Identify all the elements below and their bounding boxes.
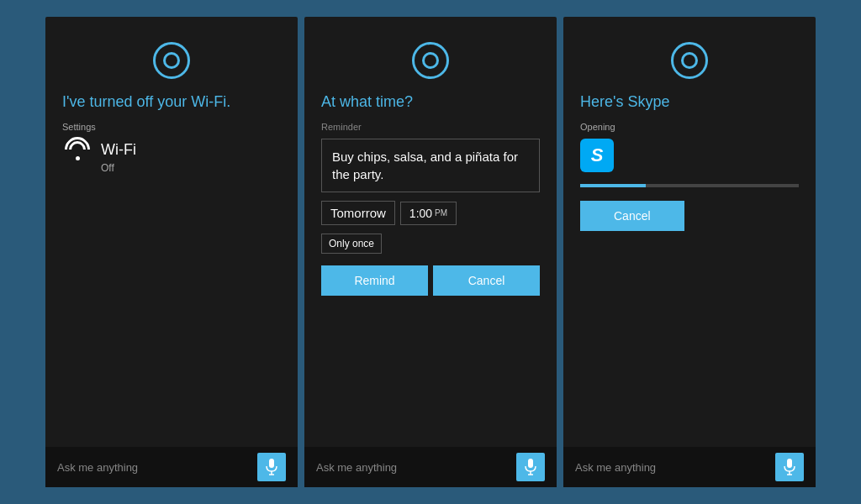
reminder-ask-text: Ask me anything <box>316 461 397 474</box>
wifi-panel-title: I've turned off your Wi-Fi. <box>62 92 281 112</box>
recurrence-badge[interactable]: Only once <box>321 234 382 254</box>
skype-mic-button[interactable] <box>775 453 804 481</box>
progress-bar-fill <box>580 184 646 187</box>
cortana-icon-inner-3 <box>681 52 698 69</box>
reminder-panel: At what time? Reminder Buy chips, salsa,… <box>304 17 557 487</box>
reminder-mic-button[interactable] <box>516 453 545 481</box>
svg-rect-3 <box>528 459 533 468</box>
reminder-cancel-button[interactable]: Cancel <box>433 265 540 296</box>
skype-bottom-bar: Ask me anything <box>563 447 816 487</box>
wifi-status: Off <box>101 162 281 174</box>
cortana-icon-2 <box>412 42 449 79</box>
cortana-icon-inner-2 <box>422 52 439 69</box>
skype-panel-content: Here's Skype Opening S Cancel <box>563 79 816 487</box>
reminder-text: Buy chips, salsa, and a piñata for the p… <box>332 148 529 183</box>
reminder-subtitle: Reminder <box>321 122 540 132</box>
date-badge[interactable]: Tomorrow <box>321 201 395 225</box>
mic-icon-2 <box>524 459 537 475</box>
wifi-settings-label: Settings <box>62 122 281 132</box>
remind-button[interactable]: Remind <box>321 265 428 296</box>
svg-rect-6 <box>787 459 792 468</box>
skype-panel: Here's Skype Opening S Cancel Ask me any… <box>563 17 816 487</box>
reminder-button-row: Remind Cancel <box>321 265 540 296</box>
wifi-ask-text: Ask me anything <box>57 461 138 474</box>
date-time-row: Tomorrow 1:00 PM <box>321 201 540 225</box>
skype-letter: S <box>591 144 604 166</box>
reminder-panel-content: At what time? Reminder Buy chips, salsa,… <box>304 79 557 487</box>
skype-cancel-button[interactable]: Cancel <box>580 201 684 231</box>
wifi-panel: I've turned off your Wi-Fi. Settings Wi-… <box>45 17 298 487</box>
cortana-icon-inner <box>163 52 180 69</box>
wifi-row: Wi-Fi <box>62 137 281 162</box>
time-badge[interactable]: 1:00 PM <box>400 202 457 225</box>
mic-icon <box>265 459 278 475</box>
reminder-panel-title: At what time? <box>321 92 540 112</box>
wifi-name: Wi-Fi <box>101 141 136 159</box>
time-value: 1:00 <box>409 207 432 220</box>
mic-icon-3 <box>783 459 796 475</box>
wifi-icon <box>62 137 92 162</box>
wifi-bottom-bar: Ask me anything <box>45 447 298 487</box>
reminder-text-box: Buy chips, salsa, and a piñata for the p… <box>321 139 540 192</box>
progress-bar-background <box>580 184 799 187</box>
wifi-panel-content: I've turned off your Wi-Fi. Settings Wi-… <box>45 79 298 487</box>
svg-rect-0 <box>269 459 274 468</box>
skype-app-icon: S <box>580 139 614 172</box>
skype-panel-title: Here's Skype <box>580 92 799 112</box>
cortana-icon <box>153 42 190 79</box>
opening-label: Opening <box>580 122 799 132</box>
cortana-icon-3 <box>671 42 708 79</box>
reminder-bottom-bar: Ask me anything <box>304 447 557 487</box>
time-ampm: PM <box>435 208 447 218</box>
wifi-mic-button[interactable] <box>257 453 286 481</box>
skype-ask-text: Ask me anything <box>575 461 656 474</box>
